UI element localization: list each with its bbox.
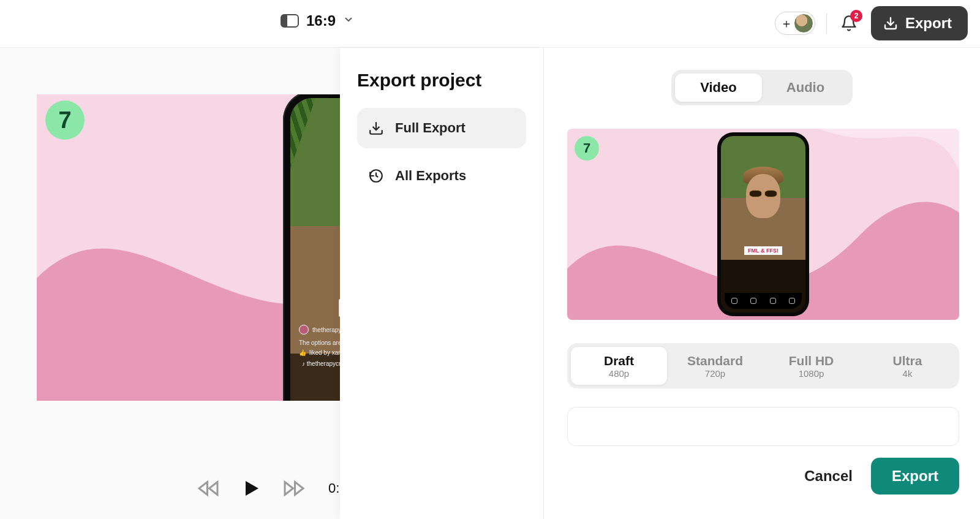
topbar: 16:9 ＋ 2 Export	[0, 0, 980, 48]
rewind-button[interactable]	[196, 476, 221, 501]
topbar-right: ＋ 2 Export	[775, 6, 968, 40]
full-export-label: Full Export	[395, 120, 466, 136]
aspect-ratio-selector[interactable]: 16:9	[281, 12, 354, 29]
quality-title: Ultra	[893, 354, 922, 368]
svg-marker-6	[209, 482, 218, 495]
all-exports-item[interactable]: All Exports	[357, 156, 526, 196]
export-modal: Video Audio 7 FML & FFS! Draft 480p Stan…	[544, 48, 980, 519]
play-button[interactable]	[239, 476, 263, 501]
export-panel-title: Export project	[357, 70, 526, 91]
export-button-label: Export	[905, 15, 952, 32]
avatar	[794, 13, 813, 33]
quality-title: Draft	[604, 354, 634, 368]
quality-title: Standard	[687, 354, 743, 368]
download-icon	[883, 16, 898, 31]
quality-standard[interactable]: Standard 720p	[667, 347, 763, 385]
full-export-item[interactable]: Full Export	[357, 108, 526, 148]
quality-sub: 480p	[609, 368, 629, 379]
video-caption: FML & FFS!	[744, 246, 782, 255]
settings-panel[interactable]	[567, 407, 959, 446]
all-exports-label: All Exports	[395, 168, 466, 184]
svg-marker-7	[246, 481, 258, 496]
notifications-button[interactable]: 2	[838, 12, 860, 34]
quality-fullhd[interactable]: Full HD 1080p	[763, 347, 859, 385]
scene-number-badge: 7	[575, 136, 599, 161]
transport-controls: 0:06:	[196, 476, 358, 501]
invite-button[interactable]: ＋	[775, 12, 815, 35]
quality-sub: 1080p	[799, 368, 824, 379]
quality-ultra[interactable]: Ultra 4k	[859, 347, 956, 385]
modal-footer: Cancel Export	[544, 458, 980, 494]
quality-title: Full HD	[789, 354, 834, 368]
svg-marker-8	[295, 482, 304, 495]
aspect-ratio-icon	[281, 14, 299, 28]
export-side-panel: Export project Full Export All Exports	[340, 48, 544, 519]
quality-selector: Draft 480p Standard 720p Full HD 1080p U…	[567, 343, 959, 388]
divider	[826, 13, 827, 34]
export-type-tabs: Video Audio	[671, 70, 853, 105]
profile-pic-icon	[299, 325, 309, 335]
scene-number-badge: 7	[45, 100, 85, 140]
quality-draft[interactable]: Draft 480p	[571, 347, 667, 385]
aspect-ratio-label: 16:9	[306, 12, 336, 29]
export-thumbnail: 7 FML & FFS!	[567, 129, 959, 320]
quality-sub: 720p	[705, 368, 725, 379]
forward-button[interactable]	[282, 476, 306, 501]
export-button[interactable]: Export	[871, 6, 968, 40]
phone-mockup-small: FML & FFS!	[717, 132, 809, 316]
history-icon	[368, 168, 384, 184]
tab-audio[interactable]: Audio	[762, 74, 849, 102]
download-icon	[368, 120, 384, 136]
quality-sub: 4k	[903, 368, 913, 379]
notification-badge: 2	[850, 10, 862, 22]
thumbs-up-icon: 👍	[299, 348, 306, 357]
svg-marker-5	[199, 482, 208, 495]
export-confirm-button[interactable]: Export	[871, 458, 959, 494]
tab-video[interactable]: Video	[675, 74, 762, 102]
svg-marker-9	[285, 482, 293, 495]
cancel-button[interactable]: Cancel	[797, 459, 860, 493]
chevron-down-icon	[343, 14, 354, 28]
